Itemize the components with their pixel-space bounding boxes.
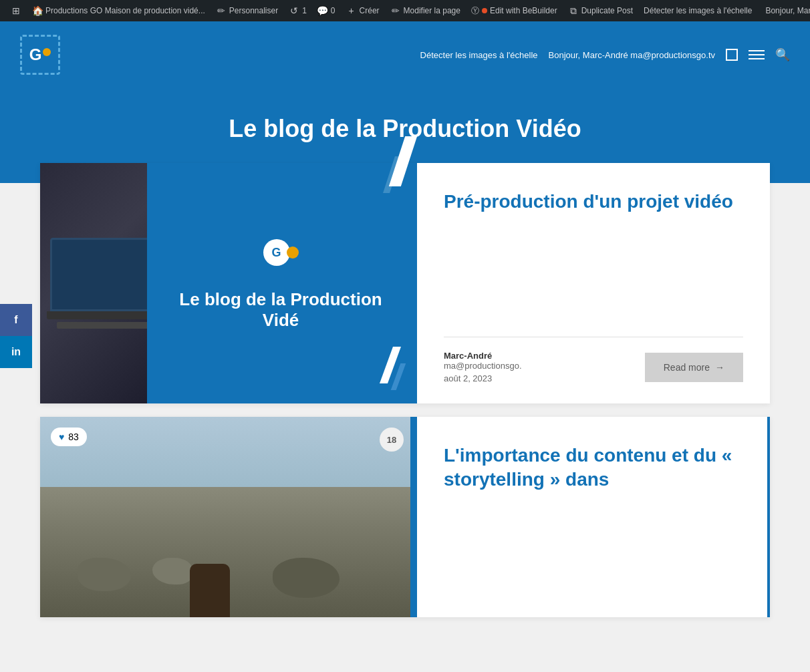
modify-page-item[interactable]: ✏ Modifier la page: [385, 0, 466, 21]
comments-icon: 💬: [317, 5, 328, 16]
rock-2: [152, 558, 192, 584]
edit-icon: ✏: [216, 5, 227, 16]
comments-item[interactable]: 💬 0: [312, 0, 341, 21]
rock-1: [78, 558, 131, 591]
main-content: G Le blog de la Production Vidé Pré-prod…: [0, 183, 810, 644]
beaver-label: Edit with BeBuilder: [490, 6, 557, 15]
color-picker[interactable]: [726, 49, 738, 61]
logo-text: G: [29, 45, 42, 64]
detect-label: Détecter les images à l'échelle: [644, 6, 752, 15]
wordpress-icon: ⊞: [11, 5, 21, 16]
detect-images-item[interactable]: Détecter les images à l'échelle: [638, 6, 757, 15]
facebook-icon: f: [14, 314, 17, 326]
linkedin-share-button[interactable]: in: [0, 336, 32, 368]
beaver-builder-item[interactable]: Ⓨ Edit with BeBuilder: [466, 0, 563, 21]
boots-shape: [190, 564, 230, 617]
logo-dot: [43, 48, 51, 56]
wp-logo-item[interactable]: ⊞: [5, 0, 27, 21]
card-1-meta: Marc-André ma@productionsgo. août 2, 202…: [444, 351, 743, 383]
linkedin-icon: in: [11, 346, 21, 358]
modify-icon: ✏: [390, 5, 401, 16]
card-1-author: Marc-André ma@productionsgo. août 2, 202…: [444, 351, 522, 383]
card-2-like-badge[interactable]: ♥ 83: [51, 428, 87, 446]
go-circle: G: [263, 239, 290, 266]
site-name-label: Productions GO Maison de production vidé…: [45, 6, 205, 15]
updates-item[interactable]: ↺ 1: [283, 0, 312, 21]
create-item[interactable]: + Créer: [341, 0, 385, 21]
search-icon[interactable]: 🔍: [775, 47, 790, 62]
hamburger-line-1: [749, 50, 765, 51]
card-2-image: ♥ 83 18: [40, 417, 414, 617]
site-name-item[interactable]: 🏠 Productions GO Maison de production vi…: [27, 0, 211, 21]
blog-card-2: ♥ 83 18 L'importance du contenu et du « …: [40, 417, 770, 617]
updates-count: 1: [302, 6, 307, 15]
card-1-read-more-label: Read more: [664, 362, 710, 373]
hamburger-menu[interactable]: [749, 50, 765, 59]
modify-label: Modifier la page: [404, 6, 460, 15]
site-nav: Détecter les images à l'échelle Bonjour,…: [420, 47, 790, 62]
card-2-title: L'importance du contenu et du « storytel…: [444, 444, 740, 492]
home-icon: 🏠: [32, 5, 43, 16]
card-1-overlay-title: Le blog de la Production Vidé: [147, 289, 414, 331]
card-1-author-email: ma@productionsgo.: [444, 361, 522, 371]
create-icon: +: [346, 5, 357, 16]
card-1-go-logo: G: [257, 236, 304, 269]
heart-icon: ♥: [59, 432, 64, 442]
comments-count: 0: [331, 6, 335, 15]
greeting-label: Bonjour, Marc-André ma@productionsgo.tv: [765, 6, 810, 15]
card-1-content: Pré-production d'un projet vidéo Marc-An…: [414, 163, 770, 403]
admin-bar: ⊞ 🏠 Productions GO Maison de production …: [0, 0, 810, 21]
facebook-share-button[interactable]: f: [0, 304, 32, 336]
site-header: G Détecter les images à l'échelle Bonjou…: [0, 21, 810, 88]
go-dot: [287, 246, 299, 259]
blog-grid: G Le blog de la Production Vidé Pré-prod…: [40, 183, 770, 617]
customize-item[interactable]: ✏ Personnaliser: [211, 0, 283, 21]
card-2-blue-strip: [410, 417, 414, 617]
duplicate-icon: ⧉: [568, 5, 579, 16]
site-logo[interactable]: G: [20, 35, 60, 75]
customize-label: Personnaliser: [229, 6, 278, 15]
card-1-read-more-button[interactable]: Read more →: [645, 353, 743, 382]
admin-bar-right: Détecter les images à l'échelle Bonjour,…: [638, 5, 810, 17]
hamburger-line-2: [749, 54, 765, 55]
yoast-icon: Ⓨ: [471, 5, 479, 17]
greeting-nav: Bonjour, Marc-André ma@productionsgo.tv: [549, 50, 715, 60]
card-1-divider: [444, 337, 743, 337]
detect-nav-link[interactable]: Détecter les images à l'échelle: [420, 50, 538, 60]
updates-icon: ↺: [289, 5, 299, 16]
greeting-item[interactable]: Bonjour, Marc-André ma@productionsgo.tv: [760, 6, 810, 15]
card-1-author-name: Marc-André: [444, 351, 522, 361]
arrow-right-icon: →: [715, 362, 724, 373]
duplicate-label: Duplicate Post: [581, 6, 633, 15]
hamburger-line-3: [749, 58, 765, 59]
social-sidebar: f in: [0, 304, 32, 368]
create-label: Créer: [360, 6, 380, 15]
card-2-count: 18: [387, 435, 396, 445]
blog-card-1: G Le blog de la Production Vidé Pré-prod…: [40, 163, 770, 403]
card-2-likes-count: 83: [68, 432, 79, 442]
card-1-title: Pré-production d'un projet vidéo: [444, 190, 743, 214]
card-1-image: G Le blog de la Production Vidé: [40, 163, 414, 403]
card-1-date: août 2, 2023: [444, 373, 522, 383]
rock-3: [273, 558, 340, 598]
card-1-blue-overlay: G Le blog de la Production Vidé: [147, 163, 414, 403]
card-2-count-badge: 18: [380, 428, 404, 452]
duplicate-post-item[interactable]: ⧉ Duplicate Post: [563, 0, 638, 21]
live-dot: [482, 8, 487, 13]
card-2-content: L'importance du contenu et du « storytel…: [414, 417, 770, 617]
